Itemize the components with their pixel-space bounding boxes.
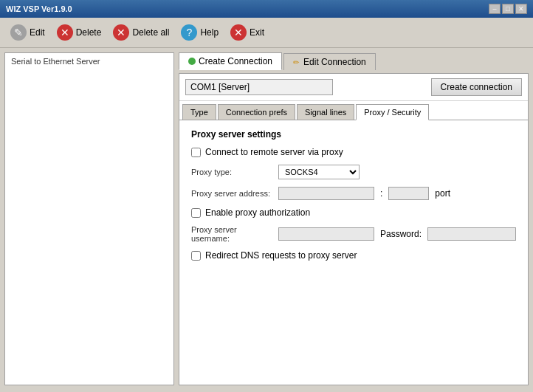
help-label: Help xyxy=(200,27,219,38)
tab-connection-prefs[interactable]: Connection prefs xyxy=(218,104,295,120)
edit-connection-tab-label: Edit Connection xyxy=(303,57,366,67)
proxy-type-row: Proxy type: SOCKS4 SOCKS5 HTTP xyxy=(191,165,516,179)
redirect-dns-checkbox[interactable] xyxy=(191,251,201,261)
exit-icon: ✕ xyxy=(230,24,247,41)
enable-auth-label: Enable proxy authorization xyxy=(205,207,310,218)
connect-via-proxy-label: Connect to remote server via proxy xyxy=(205,147,343,157)
edit-label: Edit xyxy=(30,27,45,38)
proxy-type-label: Proxy type: xyxy=(191,168,272,176)
proxy-settings-content: Proxy server settings Connect to remote … xyxy=(179,120,528,385)
delete-icon: ✕ xyxy=(57,24,73,41)
enable-auth-row: Enable proxy authorization xyxy=(191,207,516,218)
delete-all-icon: ✕ xyxy=(113,24,129,41)
connect-via-proxy-checkbox[interactable] xyxy=(191,148,201,157)
window-title: WIZ VSP Ver1.9.0 xyxy=(6,4,72,13)
main-area: Serial to Ethernet Server Create Connect… xyxy=(0,48,533,390)
help-button[interactable]: ? Help xyxy=(176,22,223,43)
window-controls: – □ ✕ xyxy=(489,4,527,14)
content-area: Create Connection ✏ Edit Connection Crea… xyxy=(179,52,529,385)
green-dot-icon xyxy=(188,58,196,65)
tab-proxy-security[interactable]: Proxy / Security xyxy=(356,104,429,120)
maximize-button[interactable]: □ xyxy=(502,4,514,14)
enable-auth-checkbox[interactable] xyxy=(191,208,201,218)
proxy-addr-input[interactable] xyxy=(278,187,374,200)
tab-edit-connection[interactable]: ✏ Edit Connection xyxy=(283,53,376,70)
edit-button[interactable]: ✎ Edit xyxy=(6,22,49,43)
close-button[interactable]: ✕ xyxy=(515,4,527,14)
proxy-section-title: Proxy server settings xyxy=(191,129,516,140)
redirect-dns-row: Redirect DNS requests to proxy server xyxy=(191,250,516,261)
port-label: port xyxy=(435,188,450,199)
sidebar: Serial to Ethernet Server xyxy=(4,52,174,385)
edit-icon: ✎ xyxy=(10,24,27,41)
exit-button[interactable]: ✕ Exit xyxy=(226,22,269,43)
proxy-port-input[interactable] xyxy=(388,187,429,200)
connection-name-input[interactable] xyxy=(185,79,333,95)
main-tabs-row: Create Connection ✏ Edit Connection xyxy=(179,52,529,70)
username-input[interactable] xyxy=(278,227,374,241)
password-input[interactable] xyxy=(427,227,516,241)
tab-type[interactable]: Type xyxy=(182,104,216,120)
delete-button[interactable]: ✕ Delete xyxy=(52,22,106,43)
create-connection-button[interactable]: Create connection xyxy=(431,78,522,96)
delete-all-button[interactable]: ✕ Delete all xyxy=(109,22,173,43)
exit-label: Exit xyxy=(250,27,264,38)
connection-bar: Create connection xyxy=(179,74,528,101)
tab-signal-lines[interactable]: Signal lines xyxy=(297,104,354,120)
proxy-addr-row: Proxy server address: : port xyxy=(191,187,516,200)
toolbar: ✎ Edit ✕ Delete ✕ Delete all ? Help ✕ Ex… xyxy=(0,18,533,48)
create-connection-tab-label: Create Connection xyxy=(199,56,272,66)
sidebar-title: Serial to Ethernet Server xyxy=(8,55,103,67)
delete-all-label: Delete all xyxy=(132,27,169,38)
sub-tabs: Type Connection prefs Signal lines Proxy… xyxy=(179,101,528,120)
edit-pencil-icon: ✏ xyxy=(293,58,300,66)
redirect-dns-label: Redirect DNS requests to proxy server xyxy=(205,250,357,261)
title-bar: WIZ VSP Ver1.9.0 – □ ✕ xyxy=(0,0,533,18)
proxy-type-select[interactable]: SOCKS4 SOCKS5 HTTP xyxy=(278,165,360,179)
colon-separator: : xyxy=(380,188,382,199)
content-panel: Create connection Type Connection prefs … xyxy=(179,73,529,385)
credentials-row: Proxy server username: Password: xyxy=(191,225,516,243)
username-label: Proxy server username: xyxy=(191,225,272,243)
help-icon: ? xyxy=(181,24,197,41)
minimize-button[interactable]: – xyxy=(489,4,501,14)
delete-label: Delete xyxy=(76,27,102,38)
proxy-addr-label: Proxy server address: xyxy=(191,189,272,198)
password-label: Password: xyxy=(380,229,422,239)
connect-via-proxy-row: Connect to remote server via proxy xyxy=(191,147,516,157)
tab-create-connection[interactable]: Create Connection xyxy=(179,52,282,70)
